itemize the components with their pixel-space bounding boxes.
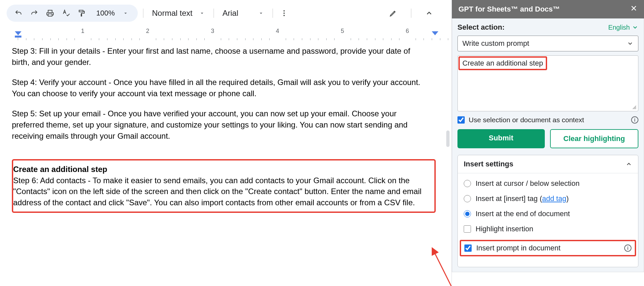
document-body[interactable]: Step 3: Fill in your details - Enter you… <box>0 40 452 213</box>
select-action-label: Select action: <box>457 23 505 32</box>
submit-button[interactable]: Submit <box>457 129 545 148</box>
close-icon <box>630 5 637 12</box>
insert-end-radio[interactable] <box>464 210 471 217</box>
language-dropdown[interactable]: English <box>608 24 638 31</box>
zoom-value: 100% <box>95 9 116 17</box>
more-vertical-icon <box>280 9 288 17</box>
highlight-insertion-label: Highlight insertion <box>476 225 533 233</box>
separator <box>411 9 411 18</box>
separator <box>214 9 214 18</box>
paragraph[interactable]: Step 4: Verify your account - Once you h… <box>12 77 421 99</box>
close-panel-button[interactable] <box>630 5 637 14</box>
chevron-up-icon <box>425 9 433 17</box>
insert-cursor-radio[interactable] <box>464 180 471 187</box>
separator <box>143 9 143 18</box>
toolbar-group-main: 100% <box>7 5 138 22</box>
chevron-up-icon <box>626 161 632 167</box>
svg-line-4 <box>434 252 452 286</box>
undo-button[interactable] <box>13 7 24 19</box>
toolbar: 100% Normal text Arial <box>0 0 452 27</box>
ruler-number: 3 <box>211 28 214 35</box>
svg-point-2 <box>283 15 285 16</box>
insert-prompt-checkbox[interactable] <box>464 244 472 252</box>
insert-settings-section: Insert settings Insert at cursor / below… <box>457 155 638 267</box>
ruler[interactable]: 123456 <box>7 27 445 40</box>
paint-format-button[interactable] <box>76 7 88 19</box>
insert-prompt-label: Insert prompt in document <box>476 244 561 252</box>
print-icon <box>46 9 54 17</box>
left-indent-marker[interactable] <box>15 31 21 40</box>
pencil-icon <box>389 9 397 17</box>
font-family-value: Arial <box>222 9 238 18</box>
spellcheck-icon <box>62 9 70 17</box>
svg-point-1 <box>283 13 285 14</box>
insert-prompt-option[interactable]: Insert prompt in document i <box>460 240 636 256</box>
separator <box>273 9 273 18</box>
addon-sidebar: GPT for Sheets™ and Docs™ Select action:… <box>452 0 644 286</box>
highlight-insertion-checkbox[interactable] <box>464 225 471 233</box>
chevron-down-icon <box>632 24 638 31</box>
redo-button[interactable] <box>28 7 40 19</box>
add-tag-link[interactable]: add tag <box>542 194 566 203</box>
action-dropdown[interactable]: Write custom prompt <box>457 36 638 51</box>
paragraph[interactable]: Step 5: Set up your email - Once you hav… <box>12 108 421 141</box>
language-value: English <box>608 24 630 31</box>
undo-icon <box>15 9 22 17</box>
scrollbar-thumb[interactable] <box>446 130 450 147</box>
panel-title: GPT for Sheets™ and Docs™ <box>458 5 560 14</box>
action-value: Write custom prompt <box>462 39 529 48</box>
paragraph[interactable]: Step 3: Fill in your details - Enter you… <box>12 45 421 68</box>
zoom-dropdown[interactable]: 100% <box>92 9 132 17</box>
insert-end-label: Insert at the end of document <box>476 210 570 218</box>
svg-point-0 <box>283 10 285 12</box>
clear-highlighting-button[interactable]: Clear highlighting <box>550 129 639 148</box>
insert-settings-toggle[interactable]: Insert settings <box>458 155 638 173</box>
use-context-label: Use selection or document as context <box>469 116 584 124</box>
ruler-number: 5 <box>341 28 344 35</box>
spellcheck-button[interactable] <box>60 7 72 19</box>
paragraph-style-dropdown[interactable]: Normal text <box>149 9 208 18</box>
insert-tag-option[interactable]: Insert at [insert] tag (add tag) <box>464 194 632 203</box>
prompt-textarea[interactable]: Create an additional step <box>457 55 638 111</box>
right-indent-marker[interactable] <box>432 31 438 40</box>
output-title[interactable]: Create an additional step <box>13 165 107 174</box>
font-family-dropdown[interactable]: Arial <box>219 9 267 18</box>
info-icon[interactable]: i <box>624 244 631 252</box>
prompt-text: Create an additional step <box>462 59 543 67</box>
insert-cursor-option[interactable]: Insert at cursor / below selection <box>464 179 632 188</box>
highlight-insertion-option[interactable]: Highlight insertion <box>464 225 632 233</box>
panel-header: GPT for Sheets™ and Docs™ <box>452 0 644 18</box>
insert-end-option[interactable]: Insert at the end of document <box>464 210 632 218</box>
annotated-output-box: Create an additional step Step 6: Add co… <box>12 159 436 213</box>
editing-mode-button[interactable] <box>387 7 399 19</box>
prompt-highlight-box: Create an additional step <box>458 56 547 70</box>
paragraph-style-value: Normal text <box>152 9 192 18</box>
print-button[interactable] <box>44 7 56 19</box>
use-context-checkbox[interactable] <box>457 116 465 124</box>
caret-down-icon <box>258 10 264 16</box>
paint-roller-icon <box>78 9 86 17</box>
collapse-toolbar-button[interactable] <box>423 7 435 19</box>
resize-grip-icon[interactable] <box>632 105 637 110</box>
ruler-number: 1 <box>81 28 84 35</box>
info-icon[interactable]: i <box>631 116 638 124</box>
redo-icon <box>30 9 38 17</box>
svg-rect-3 <box>15 36 21 38</box>
ruler-number: 4 <box>276 28 279 35</box>
insert-tag-label: Insert at [insert] tag (add tag) <box>476 194 569 203</box>
insert-cursor-label: Insert at cursor / below selection <box>476 179 579 188</box>
caret-down-icon <box>199 10 205 16</box>
insert-tag-radio[interactable] <box>464 195 471 202</box>
more-tools-button[interactable] <box>278 7 290 19</box>
output-body[interactable]: Step 6: Add contacts - To make it easier… <box>13 175 432 208</box>
caret-down-icon <box>123 10 129 16</box>
ruler-number: 6 <box>406 28 409 35</box>
ruler-number: 2 <box>146 28 149 35</box>
chevron-down-icon <box>627 40 633 47</box>
insert-settings-label: Insert settings <box>464 160 513 168</box>
